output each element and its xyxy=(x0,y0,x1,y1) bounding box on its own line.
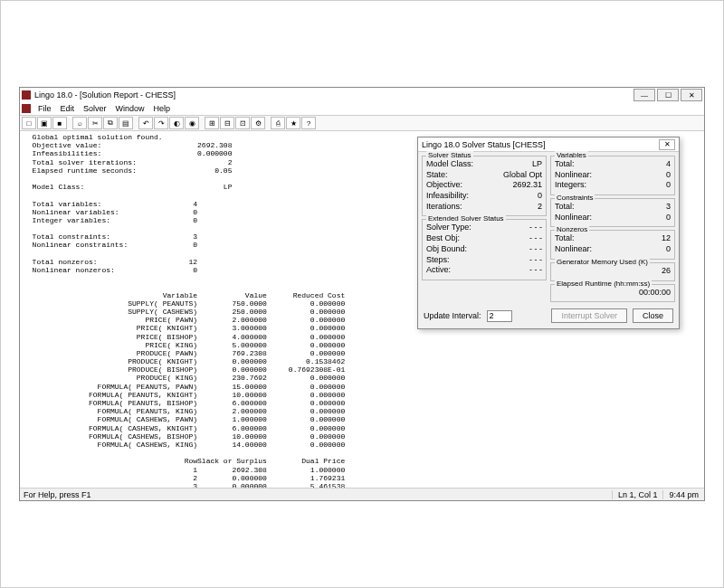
kv-row: Nonlinear:0 xyxy=(555,244,671,255)
kv-value: LP xyxy=(497,159,542,170)
toolbar-button-2[interactable]: ■ xyxy=(52,117,67,129)
titlebar: Lingo 18.0 - [Solution Report - CHESS] —… xyxy=(20,88,704,102)
menu-help[interactable]: Help xyxy=(150,104,175,113)
toolbar-button-11[interactable]: ⊞ xyxy=(205,117,219,129)
kv-key: State: xyxy=(426,170,448,181)
dialog-titlebar: Lingo 18.0 Solver Status [CHESS] ✕ xyxy=(418,138,679,152)
status-time: 9:44 pm xyxy=(662,490,704,499)
statusbar: For Help, press F1 Ln 1, Col 1 9:44 pm xyxy=(20,488,704,500)
kv-key: Model Class: xyxy=(426,159,473,170)
kv-key: Total: xyxy=(555,202,575,213)
group-solver-status: Solver Status Model Class:LPState:Global… xyxy=(422,156,547,216)
toolbar-button-6[interactable]: ▤ xyxy=(119,117,133,129)
dialog-title: Lingo 18.0 Solver Status [CHESS] xyxy=(422,140,659,149)
interrupt-solver-button[interactable]: Interrupt Solver xyxy=(551,308,627,323)
kv-value: - - - xyxy=(497,255,542,266)
toolbar-button-9[interactable]: ◐ xyxy=(169,117,184,129)
app-icon xyxy=(22,90,31,100)
kv-key: Total: xyxy=(555,159,575,170)
toolbar-button-13[interactable]: ⊡ xyxy=(235,117,250,129)
kv-key: Infeasibility: xyxy=(426,191,469,202)
status-cursor: Ln 1, Col 1 xyxy=(612,490,663,499)
kv-row: Total:4 xyxy=(555,159,671,170)
group-label: Nonzeros xyxy=(555,225,589,233)
toolbar-button-3[interactable]: ⌕ xyxy=(72,117,87,129)
kv-row: Integers:0 xyxy=(555,180,671,191)
group-memory: Generator Memory Used (K) 26 xyxy=(550,262,675,281)
kv-key: Best Obj: xyxy=(426,233,460,244)
toolbar-button-5[interactable]: ⧉ xyxy=(103,117,118,129)
kv-row: State:Global Opt xyxy=(426,170,542,181)
toolbar-button-7[interactable]: ↶ xyxy=(138,117,153,129)
kv-value: 0 xyxy=(625,170,671,181)
minimize-button[interactable]: — xyxy=(634,89,655,101)
kv-row: Iterations:2 xyxy=(426,202,542,213)
kv-row: Total:12 xyxy=(555,233,671,244)
menu-window[interactable]: Window xyxy=(112,104,148,113)
menubar: File Edit Solver Window Help xyxy=(20,102,704,115)
group-label: Elapsed Runtime (hh:mm:ss) xyxy=(555,280,652,288)
kv-row: Total:3 xyxy=(555,202,671,213)
kv-value: - - - xyxy=(497,223,542,233)
toolbar-button-10[interactable]: ◉ xyxy=(185,117,199,129)
close-dialog-button[interactable]: Close xyxy=(633,308,673,323)
kv-row: Nonlinear:0 xyxy=(555,213,671,223)
status-help: For Help, press F1 xyxy=(20,490,612,499)
toolbar: □▣■⌕✂⧉▤↶↷◐◉⊞⊟⊡⚙⎙★? xyxy=(20,115,704,131)
kv-key: Nonlinear: xyxy=(555,244,592,255)
group-label: Solver Status xyxy=(426,151,473,159)
mdi-icon xyxy=(22,104,31,113)
menu-file[interactable]: File xyxy=(34,104,55,113)
toolbar-button-15[interactable]: ⎙ xyxy=(271,117,285,129)
kv-value: - - - xyxy=(497,233,542,244)
toolbar-button-8[interactable]: ↷ xyxy=(154,117,168,129)
maximize-button[interactable]: ☐ xyxy=(657,89,679,101)
kv-key: Solver Type: xyxy=(426,223,472,233)
toolbar-button-14[interactable]: ⚙ xyxy=(251,117,265,129)
group-label: Variables xyxy=(555,151,588,159)
window-title: Lingo 18.0 - [Solution Report - CHESS] xyxy=(34,90,634,100)
kv-value: 0 xyxy=(625,244,671,255)
kv-value: 3 xyxy=(625,202,671,213)
dialog-footer: Update Interval: Interrupt Solver Close xyxy=(418,306,679,328)
dialog-close-button[interactable]: ✕ xyxy=(659,139,675,150)
kv-row: Best Obj:- - - xyxy=(426,233,542,244)
kv-row: Active:- - - xyxy=(426,265,542,276)
group-constraints: Constraints Total:3Nonlinear:0 xyxy=(550,198,675,227)
menu-edit[interactable]: Edit xyxy=(57,104,79,113)
toolbar-button-1[interactable]: ▣ xyxy=(37,117,52,129)
kv-value: 4 xyxy=(625,159,671,170)
toolbar-button-16[interactable]: ★ xyxy=(286,117,300,129)
update-interval-input[interactable] xyxy=(487,310,512,322)
toolbar-button-4[interactable]: ✂ xyxy=(88,117,102,129)
group-nonzeros: Nonzeros Total:12Nonlinear:0 xyxy=(550,230,675,259)
group-variables: Variables Total:4Nonlinear:0Integers:0 xyxy=(550,156,675,195)
runtime-value: 00:00:00 xyxy=(625,288,671,299)
group-label: Generator Memory Used (K) xyxy=(555,258,650,266)
kv-key: Active: xyxy=(426,265,451,276)
kv-row: Nonlinear:0 xyxy=(555,170,671,181)
kv-key: Nonlinear: xyxy=(555,213,592,223)
kv-value: 2 xyxy=(497,202,542,213)
toolbar-button-0[interactable]: □ xyxy=(22,117,36,129)
memory-value: 26 xyxy=(625,266,671,277)
kv-row: Infeasibility:0 xyxy=(426,191,542,202)
kv-key: Iterations: xyxy=(426,202,462,213)
menu-solver[interactable]: Solver xyxy=(80,104,110,113)
group-runtime: Elapsed Runtime (hh:mm:ss) 00:00:00 xyxy=(550,284,675,303)
kv-row: Obj Bound:- - - xyxy=(426,244,542,255)
group-extended-solver-status: Extended Solver Status Solver Type:- - -… xyxy=(422,219,547,280)
solver-status-dialog: Lingo 18.0 Solver Status [CHESS] ✕ Solve… xyxy=(417,137,680,329)
toolbar-button-12[interactable]: ⊟ xyxy=(220,117,234,129)
kv-row: Steps:- - - xyxy=(426,255,542,266)
kv-value: - - - xyxy=(497,244,542,255)
kv-key: Nonlinear: xyxy=(555,170,592,181)
group-label: Extended Solver Status xyxy=(426,214,506,223)
kv-value: Global Opt xyxy=(497,170,542,181)
kv-key: Integers: xyxy=(555,180,586,191)
close-button[interactable]: ✕ xyxy=(681,89,702,101)
kv-value: 0 xyxy=(497,191,542,202)
toolbar-button-17[interactable]: ? xyxy=(301,117,316,129)
kv-value: 0 xyxy=(625,180,671,191)
kv-value: 2692.31 xyxy=(497,180,542,191)
